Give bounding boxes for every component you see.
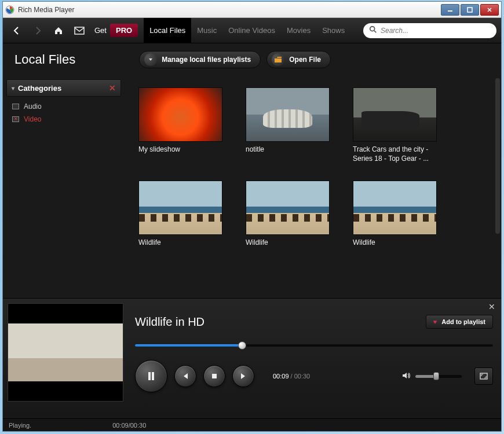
progress-track: [135, 344, 493, 347]
media-tile[interactable]: Wildlife: [353, 181, 437, 248]
nav-tab-movies[interactable]: Movies: [281, 18, 316, 43]
svg-rect-3: [75, 27, 84, 34]
thumbnail: [353, 181, 437, 235]
window-title: Rich Media Player: [18, 6, 440, 14]
page-header: Local Files Manage local files playlists…: [3, 43, 501, 76]
preview-frame: [8, 323, 123, 381]
close-button[interactable]: [480, 4, 499, 16]
categories-header[interactable]: ▾ Cathegories ✕: [6, 79, 121, 97]
nav-tabs: Local FilesMusicOnline VideosMoviesShows: [144, 18, 350, 43]
forward-button[interactable]: [31, 24, 45, 38]
svg-point-4: [370, 26, 375, 31]
pro-button[interactable]: PRO: [110, 24, 138, 37]
tile-label: My slideshow: [138, 145, 222, 155]
app-icon: [5, 5, 14, 14]
window-buttons: [440, 4, 499, 16]
media-tile[interactable]: Wildlife: [246, 181, 330, 248]
category-label: Video: [24, 115, 41, 123]
svg-rect-5: [148, 372, 151, 380]
thumbnail: [138, 87, 222, 142]
minimize-button[interactable]: [441, 4, 459, 16]
get-label: Get: [94, 26, 107, 35]
volume-slider[interactable]: [415, 375, 462, 378]
tile-grid: My slideshownotitleTrack Cars and the ci…: [125, 76, 501, 259]
manage-playlists-button[interactable]: Manage local files playlists: [139, 51, 261, 68]
volume-area: [401, 367, 493, 385]
search-input[interactable]: [381, 27, 491, 35]
manage-playlists-label: Manage local files playlists: [162, 56, 251, 64]
time-current: 00:09: [273, 373, 289, 380]
app-window: Rich Media Player Get PRO Local FilesMus…: [2, 1, 502, 432]
tile-label: Wildlife: [246, 238, 330, 248]
media-tile[interactable]: Track Cars and the city - Series 18 - To…: [353, 87, 437, 163]
tile-label: notitle: [246, 145, 330, 155]
sidebar: ▾ Cathegories ✕ Audio✕Video: [3, 76, 125, 298]
control-row: 00:09 / 00:30: [135, 360, 493, 392]
thumbnail: [246, 87, 330, 142]
player-panel: ✕ Wildlife in HD ♥ Add to playlist: [3, 298, 501, 431]
categories-title: Cathegories: [18, 84, 61, 93]
progress-knob[interactable]: [238, 341, 246, 350]
maximize-button[interactable]: [461, 4, 479, 16]
nav-tab-shows[interactable]: Shows: [316, 18, 350, 43]
pause-button[interactable]: [135, 360, 167, 392]
heart-icon: ♥: [433, 318, 437, 325]
volume-icon[interactable]: [401, 371, 411, 382]
media-tile[interactable]: My slideshow: [138, 87, 222, 163]
top-nav: Get PRO Local FilesMusicOnline VideosMov…: [3, 18, 501, 43]
now-playing-title: Wildlife in HD: [135, 315, 204, 329]
nav-tab-music[interactable]: Music: [191, 18, 222, 43]
stop-button[interactable]: [203, 365, 225, 387]
svg-rect-1: [448, 10, 452, 12]
back-button[interactable]: [10, 24, 24, 38]
chevron-down-icon: [144, 53, 157, 66]
next-button[interactable]: [232, 365, 254, 387]
status-bar: Playing. 00:09/00:30: [3, 418, 501, 431]
folder-icon: [272, 53, 284, 66]
mail-button[interactable]: [72, 24, 86, 38]
media-tile[interactable]: notitle: [246, 87, 330, 163]
category-video[interactable]: ✕Video: [9, 113, 119, 126]
scrollbar[interactable]: [495, 78, 500, 234]
tile-label: Wildlife: [353, 238, 437, 248]
volume-knob[interactable]: [433, 372, 439, 380]
home-button[interactable]: [52, 24, 65, 38]
open-file-button[interactable]: Open File: [266, 51, 331, 68]
chevron-down-icon: ▾: [12, 85, 14, 91]
category-audio[interactable]: Audio: [9, 100, 119, 113]
close-panel-icon[interactable]: ✕: [109, 83, 116, 93]
thumbnail: [353, 87, 437, 142]
controls-area: Wildlife in HD ♥ Add to playlist: [135, 303, 493, 418]
checkbox-checked-icon: ✕: [12, 116, 19, 122]
nav-tab-online-videos[interactable]: Online Videos: [222, 18, 281, 43]
open-file-label: Open File: [289, 56, 321, 64]
fullscreen-button[interactable]: [474, 367, 493, 385]
add-to-playlist-button[interactable]: ♥ Add to playlist: [426, 315, 493, 329]
time-display: 00:09 / 00:30: [273, 373, 310, 380]
add-to-playlist-label: Add to playlist: [441, 318, 485, 325]
prev-button[interactable]: [174, 365, 196, 387]
tile-label: Wildlife: [138, 238, 222, 248]
search-icon: [369, 25, 377, 36]
category-label: Audio: [24, 102, 42, 111]
content-area: My slideshownotitleTrack Cars and the ci…: [125, 76, 501, 298]
checkbox-icon: [12, 104, 19, 109]
thumbnail: [246, 181, 330, 235]
thumbnail: [138, 181, 222, 235]
status-state: Playing.: [9, 422, 31, 429]
player-main: Wildlife in HD ♥ Add to playlist: [3, 299, 501, 418]
status-time: 00:09/00:30: [112, 422, 146, 429]
categories-list: Audio✕Video: [6, 97, 121, 129]
progress-fill: [135, 344, 242, 347]
titlebar: Rich Media Player: [3, 2, 501, 18]
page-title: Local Files: [14, 52, 75, 67]
svg-rect-7: [212, 374, 217, 378]
search-box[interactable]: [363, 23, 496, 38]
player-close-icon[interactable]: ✕: [488, 302, 495, 311]
now-playing-row: Wildlife in HD ♥ Add to playlist: [135, 315, 493, 329]
progress-bar[interactable]: [135, 341, 493, 350]
nav-tab-local-files[interactable]: Local Files: [144, 18, 191, 43]
media-tile[interactable]: Wildlife: [138, 181, 222, 248]
video-preview[interactable]: [8, 303, 123, 402]
svg-rect-6: [152, 372, 154, 380]
